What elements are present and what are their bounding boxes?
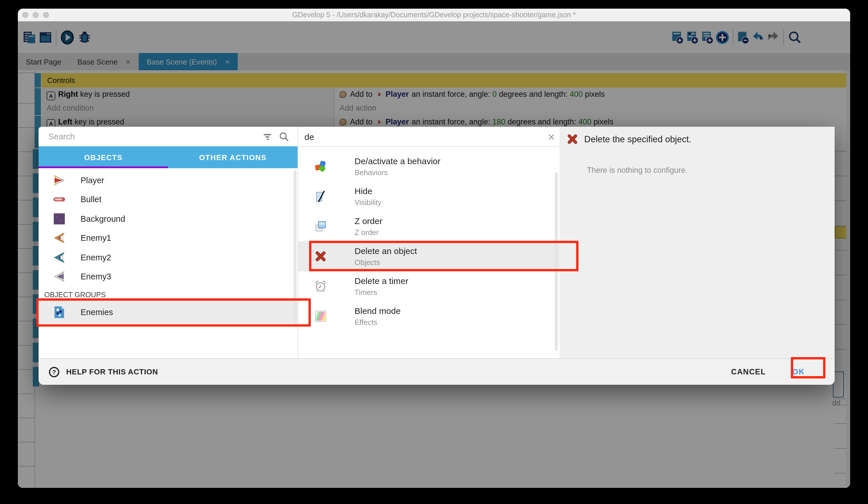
list-item-enemy1[interactable]: Enemy1 (39, 228, 298, 248)
timer-icon (314, 280, 327, 293)
object-search-field[interactable]: Search (39, 127, 298, 146)
help-icon[interactable]: ? (49, 367, 59, 377)
configuration-panel: Delete the specified object. There is no… (559, 127, 835, 358)
list-item-background[interactable]: Background (39, 209, 298, 228)
filter-icon[interactable] (262, 131, 273, 142)
annotation-box-enemies-group (36, 299, 311, 326)
object-name: Player (81, 176, 104, 185)
tab-objects[interactable]: OBJECTS (39, 146, 168, 168)
behavior-icon (314, 160, 327, 173)
dialog-footer: ? HELP FOR THIS ACTION CANCEL OK (39, 358, 835, 385)
clear-search-icon[interactable]: × (548, 130, 555, 143)
object-name: Enemy2 (81, 253, 111, 262)
action-search-query: de (304, 132, 548, 141)
objects-list: Player Bullet Background Enemy1 (39, 168, 298, 358)
action-title: Blend mode (354, 306, 401, 316)
cancel-button[interactable]: CANCEL (731, 367, 766, 376)
object-groups-header: OBJECT GROUPS (44, 291, 298, 299)
action-subtitle: Effects (354, 318, 401, 326)
hide-icon (314, 190, 327, 203)
window-titlebar: GDevelop 5 - /Users/dkarakay/Documents/G… (18, 9, 850, 22)
z-order-icon (314, 220, 327, 233)
minimize-icon[interactable] (33, 12, 39, 18)
object-name: Background (81, 214, 125, 223)
screenshot-stage: GDevelop 5 - /Users/dkarakay/Documents/G… (0, 0, 868, 504)
annotation-box-ok-button (791, 357, 825, 379)
action-description: Delete the specified object. (584, 134, 691, 144)
player-ship-icon (53, 174, 66, 187)
action-title: Hide (354, 186, 381, 196)
object-name: Bullet (81, 195, 102, 204)
bullet-icon (53, 193, 66, 206)
list-item-bullet[interactable]: Bullet (39, 190, 298, 209)
background-icon (53, 213, 66, 225)
list-item-enemy3[interactable]: Enemy3 (39, 267, 298, 286)
object-name: Enemy1 (81, 234, 111, 243)
action-subtitle: Z order (354, 228, 382, 237)
action-subtitle: Visibility (354, 198, 381, 207)
list-item-z-order[interactable]: Z orderZ order (298, 211, 559, 241)
action-subtitle: Behaviors (354, 168, 441, 177)
zoom-icon[interactable] (43, 12, 49, 18)
annotation-box-delete-an-object (309, 241, 578, 271)
action-title: De/activate a behavior (354, 156, 441, 167)
list-item-delete-a-timer[interactable]: Delete a timerTimers (298, 271, 559, 301)
object-name: Enemy3 (81, 272, 111, 281)
action-subtitle: Timers (354, 288, 409, 296)
help-button[interactable]: HELP FOR THIS ACTION (66, 367, 158, 376)
list-item-player[interactable]: Player (39, 171, 298, 190)
close-icon[interactable] (22, 12, 28, 18)
action-search-field[interactable]: de × (298, 127, 559, 147)
action-title: Delete a timer (354, 276, 409, 286)
tab-other-actions[interactable]: OTHER ACTIONS (168, 146, 298, 168)
delete-cross-icon (566, 133, 578, 145)
list-item-deactivate-behavior[interactable]: De/activate a behaviorBehaviors (298, 151, 559, 181)
enemy2-ship-icon (53, 251, 66, 264)
list-item-blend-mode[interactable]: Blend modeEffects (298, 301, 559, 331)
action-title: Z order (354, 216, 382, 226)
nothing-to-configure-text: There is nothing to configure. (559, 166, 715, 174)
list-item-hide[interactable]: HideVisibility (298, 181, 559, 211)
object-search-placeholder: Search (48, 132, 256, 141)
enemy3-ship-icon (53, 270, 66, 283)
enemy1-ship-icon (53, 232, 66, 244)
blend-mode-icon (314, 310, 327, 323)
list-item-enemy2[interactable]: Enemy2 (39, 248, 298, 267)
window-title: GDevelop 5 - /Users/dkarakay/Documents/G… (18, 9, 850, 21)
object-panel-tabs: OBJECTS OTHER ACTIONS (39, 146, 298, 168)
search-icon (279, 131, 290, 142)
